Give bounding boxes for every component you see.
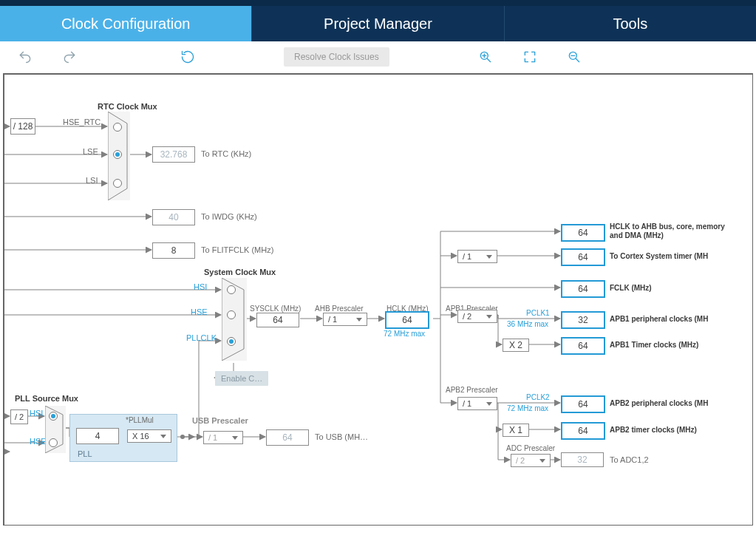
ahb-prescaler[interactable]: / 1 (323, 313, 367, 326)
pclk1-note: 36 MHz max (507, 320, 548, 328)
tab-tools[interactable]: Tools (504, 6, 756, 41)
chevron-down-icon (486, 315, 492, 319)
apb1-timer-mul: X 2 (503, 339, 529, 352)
enable-css-button: Enable C… (215, 371, 268, 386)
chevron-down-icon (356, 318, 362, 322)
hclk-note: 72 MHz max (384, 330, 425, 338)
usb-value: 64 (266, 429, 309, 446)
pll-src-title: PLL Source Mux (15, 394, 78, 403)
sysclk-value[interactable]: 64 (256, 313, 299, 327)
pll-hsi-label: HSI (30, 409, 43, 418)
fit-screen-icon[interactable] (522, 50, 537, 64)
rtc-mux[interactable] (108, 112, 130, 200)
apb1-prescaler[interactable]: / 2 (457, 310, 497, 323)
hse-label: HSE (191, 307, 208, 316)
adc-dest: To ADC1,2 (610, 455, 649, 464)
out-hclk-bus-label: HCLK to AHB bus, core, memory and DMA (M… (610, 222, 739, 240)
rtc-output: 32.768 (152, 146, 195, 163)
usb-dest: To USB (MH… (315, 432, 368, 441)
clock-diagram[interactable]: RTC Clock Mux / 128 HSE_RTC LSE LSI 32.7… (4, 75, 751, 523)
tabs: Clock Configuration Project Manager Tool… (0, 6, 756, 41)
out-apb1p[interactable]: 32 (561, 311, 605, 329)
pll-mul-label: *PLLMul (126, 416, 154, 424)
lse-label: LSE (83, 147, 98, 156)
tab-clock-configuration[interactable]: Clock Configuration (0, 6, 251, 41)
out-apb1p-label: APB1 peripheral clocks (MH (610, 315, 708, 323)
rtc-mux-lse[interactable] (113, 150, 122, 159)
hsi-label: HSI (194, 282, 207, 291)
iwdg-output: 40 (152, 209, 195, 225)
chevron-down-icon (486, 402, 492, 406)
hse-rtc-label: HSE_RTC (63, 118, 101, 126)
resolve-clock-issues-button: Resolve Clock Issues (284, 47, 389, 67)
flitf-output-label: To FLITFCLK (MHz) (201, 245, 273, 254)
ahb-presc-label: AHB Prescaler (315, 305, 364, 313)
redo-icon[interactable] (62, 50, 77, 64)
sys-mux-pllclk[interactable] (227, 337, 236, 346)
sys-mux-title: System Clock Mux (204, 268, 276, 276)
pll-src-hse[interactable] (49, 438, 58, 447)
sysclk-label: SYSCLK (MHz) (250, 305, 301, 313)
pll-mul[interactable]: X 16 (127, 429, 171, 443)
usb-prescaler[interactable]: / 1 (203, 431, 243, 444)
usb-presc-title: USB Prescaler (192, 416, 248, 425)
chevron-down-icon (539, 459, 545, 463)
pclk1-label: PCLK1 (526, 309, 550, 317)
rtc-output-label: To RTC (KHz) (201, 149, 251, 158)
window-titlebar-strip (0, 0, 756, 6)
sys-mux-hsi[interactable] (227, 285, 236, 294)
out-hclk-bus[interactable]: 64 (561, 224, 605, 242)
pclk2-label: PCLK2 (526, 393, 550, 401)
rtc-mux-title: RTC Clock Mux (98, 102, 157, 111)
lsi-label: LSI (86, 176, 98, 185)
rtc-mux-hse[interactable] (113, 123, 122, 132)
sys-mux-hse[interactable] (227, 310, 236, 319)
chevron-down-icon (486, 255, 492, 259)
pll-n[interactable]: 4 (76, 428, 119, 444)
flitf-output[interactable]: 8 (152, 242, 195, 259)
pll-label: PLL (78, 449, 92, 458)
adc-value: 32 (561, 452, 604, 467)
sys-mux[interactable] (222, 278, 247, 361)
apb2-timer-mul: X 1 (503, 424, 529, 437)
pclk2-note: 72 MHz max (507, 404, 548, 412)
cortex-divider[interactable]: / 1 (457, 250, 497, 263)
out-apb2t[interactable]: 64 (561, 422, 605, 440)
pll-src-hsi[interactable] (49, 412, 58, 421)
out-apb2p[interactable]: 64 (561, 395, 605, 413)
rtc-mux-lsi[interactable] (113, 179, 122, 188)
svg-line-1 (487, 59, 490, 62)
pll-src-div[interactable]: / 2 (10, 409, 28, 424)
chevron-down-icon (160, 435, 166, 438)
apb2-prescaler[interactable]: / 1 (457, 397, 497, 410)
out-cortex[interactable]: 64 (561, 248, 605, 266)
out-fclk-label: FCLK (MHz) (610, 284, 652, 292)
pll-src-mux[interactable] (45, 406, 66, 453)
out-apb2t-label: APB2 timer clocks (MHz) (610, 426, 697, 434)
out-apb1t[interactable]: 64 (561, 337, 605, 355)
adc-prescaler[interactable]: / 2 (511, 454, 551, 467)
pllclk-label: PLLCLK (186, 333, 217, 342)
pll-hse-label: HSE (30, 437, 47, 446)
out-fclk[interactable]: 64 (561, 280, 605, 298)
chevron-down-icon (232, 436, 238, 440)
tab-project-manager[interactable]: Project Manager (251, 6, 503, 41)
out-apb2p-label: APB2 peripheral clocks (MH (610, 399, 708, 407)
toolbar: Resolve Clock Issues (0, 41, 756, 73)
out-apb1t-label: APB1 Timer clocks (MHz) (610, 341, 698, 349)
apb2-presc-label: APB2 Prescaler (446, 386, 498, 394)
hclk-value[interactable]: 64 (385, 311, 429, 329)
out-cortex-label: To Cortex System timer (MH (610, 252, 708, 260)
iwdg-output-label: To IWDG (KHz) (201, 212, 257, 221)
zoom-out-icon[interactable] (567, 50, 582, 64)
zoom-in-icon[interactable] (478, 50, 493, 64)
svg-line-5 (576, 59, 579, 62)
hse-rtc-divider[interactable]: / 128 (10, 118, 35, 135)
undo-icon[interactable] (18, 50, 33, 64)
adc-presc-label: ADC Prescaler (506, 444, 555, 452)
refresh-icon[interactable] (180, 50, 195, 64)
